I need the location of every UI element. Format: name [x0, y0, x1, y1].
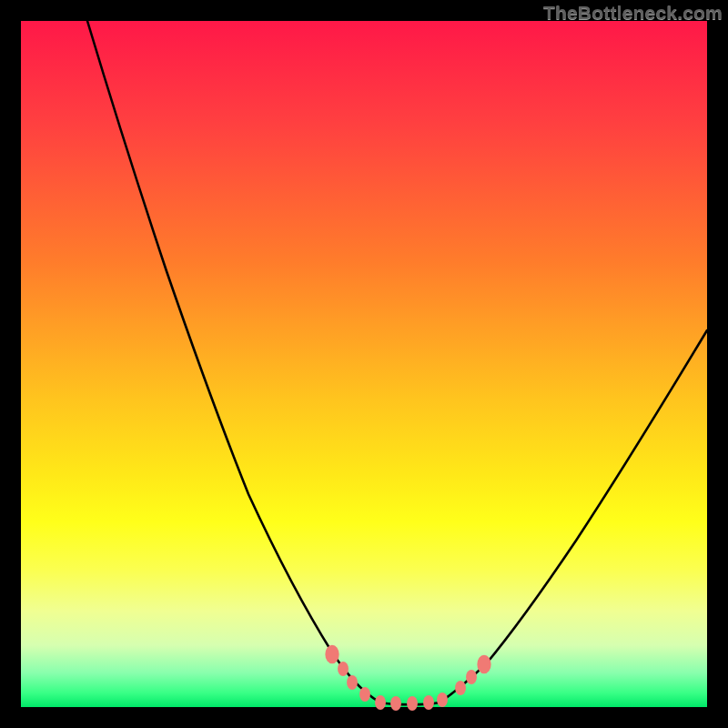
marker-dot: [338, 662, 349, 676]
watermark: TheBottleneck.com: [543, 2, 723, 24]
marker-dot: [375, 695, 386, 710]
marker-dot: [390, 696, 401, 711]
markers-group: [325, 645, 490, 711]
right-curve: [440, 330, 707, 703]
marker-dot: [359, 687, 370, 702]
marker-dot: [407, 696, 418, 711]
marker-dot: [423, 695, 434, 710]
marker-dot: [325, 645, 339, 664]
marker-dot: [347, 675, 358, 690]
curve-layer: [21, 21, 707, 707]
marker-dot: [466, 670, 477, 684]
frame: TheBottleneck.com: [0, 0, 728, 728]
marker-dot: [437, 693, 448, 707]
marker-dot: [455, 681, 466, 695]
left-curve: [87, 21, 380, 703]
marker-dot: [477, 655, 490, 674]
